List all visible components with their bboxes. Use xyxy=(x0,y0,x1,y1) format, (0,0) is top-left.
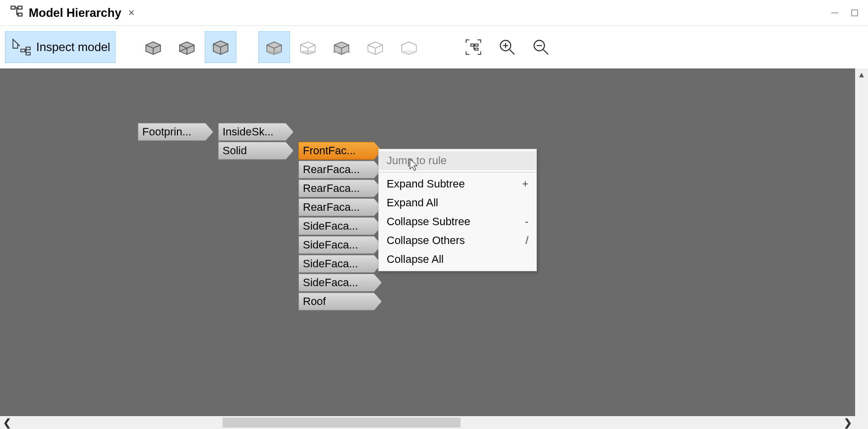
svg-point-8 xyxy=(267,50,283,54)
inspect-model-button[interactable]: Inspect model xyxy=(5,31,116,63)
view-mode-1-button[interactable] xyxy=(137,31,169,63)
context-menu-shortcut: + xyxy=(522,178,528,190)
svg-rect-4 xyxy=(852,10,858,16)
context-menu-item[interactable]: Jump to rule xyxy=(379,151,536,170)
scroll-up-icon[interactable]: ▲ xyxy=(858,68,866,81)
minimize-button[interactable] xyxy=(830,8,839,17)
svg-point-9 xyxy=(300,50,316,54)
context-menu-item[interactable]: Collapse Subtree- xyxy=(379,212,536,231)
vertical-scrollbar[interactable]: ▲ xyxy=(855,68,868,416)
svg-rect-11 xyxy=(471,44,474,46)
fit-view-button[interactable] xyxy=(458,31,489,63)
canvas-area: Footprin...InsideSk...SolidFrontFac...Re… xyxy=(0,68,868,429)
display-mode-5-button[interactable] xyxy=(393,31,425,63)
context-menu-shortcut: / xyxy=(525,234,528,247)
hierarchy-node[interactable]: SideFaca... xyxy=(298,274,382,292)
horizontal-scrollbar[interactable]: ❮ ❯ xyxy=(0,416,855,429)
hierarchy-canvas[interactable]: Footprin...InsideSk...SolidFrontFac...Re… xyxy=(0,68,855,416)
context-menu-label: Collapse Subtree xyxy=(387,215,470,228)
svg-line-19 xyxy=(544,50,548,54)
hierarchy-node[interactable]: Solid xyxy=(218,142,293,160)
zoom-in-button[interactable] xyxy=(491,31,523,63)
context-menu-label: Jump to rule xyxy=(387,154,447,167)
panel-title: Model Hierarchy xyxy=(29,6,121,20)
scrollbar-track[interactable] xyxy=(14,416,841,429)
svg-rect-1 xyxy=(18,6,22,9)
hierarchy-node[interactable]: SideFaca... xyxy=(298,236,382,254)
svg-rect-5 xyxy=(21,49,25,52)
svg-rect-12 xyxy=(475,44,478,46)
hierarchy-icon xyxy=(10,4,24,21)
hierarchy-node[interactable]: SideFaca... xyxy=(298,217,382,235)
view-mode-group xyxy=(137,31,236,63)
scroll-left-icon[interactable]: ❮ xyxy=(0,417,14,429)
display-mode-2-button[interactable] xyxy=(292,31,324,63)
context-menu-shortcut: - xyxy=(525,215,528,228)
svg-line-15 xyxy=(510,50,515,54)
scrollbar-thumb[interactable] xyxy=(223,418,461,428)
view-mode-3-button[interactable] xyxy=(205,31,236,63)
zoom-group xyxy=(458,31,557,63)
svg-point-10 xyxy=(402,50,417,54)
context-menu-item[interactable]: Collapse Others/ xyxy=(379,231,536,250)
context-menu-item[interactable]: Collapse All xyxy=(379,250,536,269)
display-mode-1-button[interactable] xyxy=(258,31,290,63)
hierarchy-node[interactable]: RearFaca... xyxy=(298,161,382,179)
toolbar: Inspect model xyxy=(0,26,868,68)
context-menu-label: Expand All xyxy=(387,196,438,209)
svg-rect-7 xyxy=(26,53,30,55)
hierarchy-node[interactable]: Footprin... xyxy=(138,123,213,141)
svg-rect-0 xyxy=(11,6,15,9)
zoom-out-button[interactable] xyxy=(525,31,557,63)
scroll-right-icon[interactable]: ❯ xyxy=(841,417,855,429)
titlebar: Model Hierarchy × xyxy=(0,0,868,26)
context-menu-label: Collapse Others xyxy=(387,234,465,247)
view-mode-2-button[interactable] xyxy=(171,31,203,63)
hierarchy-node[interactable]: RearFaca... xyxy=(298,198,382,216)
hierarchy-node[interactable]: InsideSk... xyxy=(218,123,293,141)
maximize-button[interactable] xyxy=(850,8,859,17)
inspect-model-label: Inspect model xyxy=(36,40,110,54)
context-menu-separator xyxy=(379,172,536,173)
hierarchy-node[interactable]: RearFaca... xyxy=(298,180,382,197)
hierarchy-node[interactable]: SideFaca... xyxy=(298,255,382,273)
display-mode-3-button[interactable] xyxy=(326,31,357,63)
display-mode-group xyxy=(258,31,425,63)
window-controls xyxy=(830,8,864,17)
hierarchy-node[interactable]: Roof xyxy=(298,293,382,310)
svg-rect-13 xyxy=(475,48,478,50)
scrollbar-corner xyxy=(855,416,868,429)
context-menu-label: Collapse All xyxy=(387,253,444,266)
panel-tab[interactable]: Model Hierarchy × xyxy=(4,1,141,24)
close-icon[interactable]: × xyxy=(128,6,135,19)
display-mode-4-button[interactable] xyxy=(359,31,391,63)
hierarchy-node[interactable]: FrontFac... xyxy=(298,142,382,160)
context-menu-item[interactable]: Expand Subtree+ xyxy=(379,175,536,193)
context-menu-label: Expand Subtree xyxy=(387,178,465,190)
context-menu: Jump to ruleExpand Subtree+Expand AllCol… xyxy=(378,149,537,271)
svg-rect-6 xyxy=(26,47,30,50)
context-menu-item[interactable]: Expand All xyxy=(379,193,536,212)
svg-rect-2 xyxy=(18,13,22,16)
